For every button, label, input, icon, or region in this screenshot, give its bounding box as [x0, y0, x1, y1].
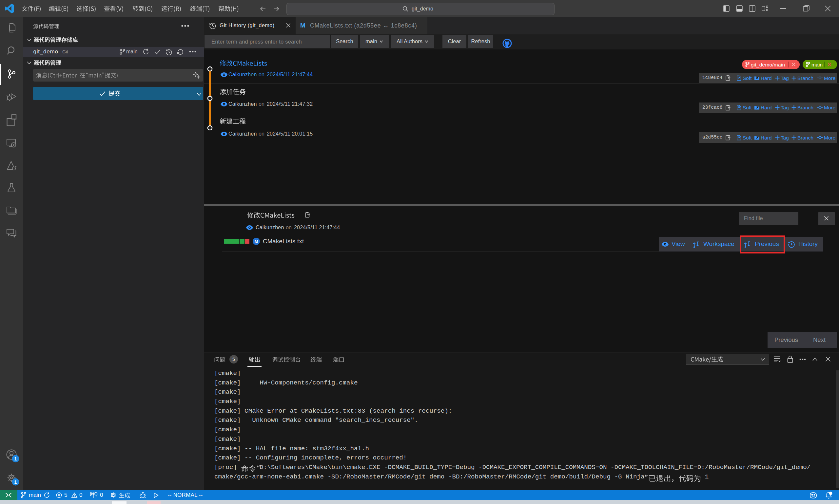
svg-text:1: 1 [14, 480, 17, 485]
svg-text:M: M [254, 239, 258, 244]
svg-text:1: 1 [14, 456, 17, 462]
svg-text:5: 5 [232, 357, 235, 362]
